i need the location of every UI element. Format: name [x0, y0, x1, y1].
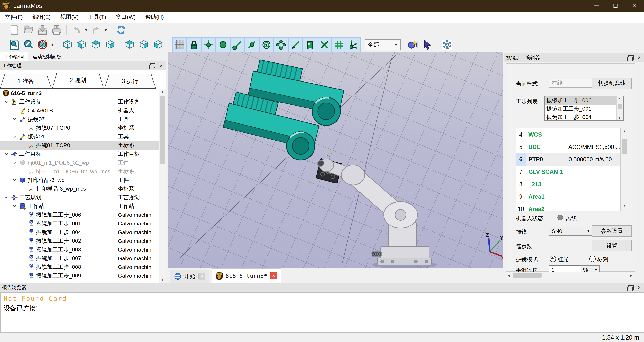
tree-row[interactable]: hj001_m1_DOE5_02_wp工件 — [0, 158, 166, 167]
point-snap-button[interactable] — [201, 38, 216, 52]
panel-hscrollbar[interactable]: ◀ ▶ — [506, 272, 634, 279]
program-row[interactable]: 6PTP00.500000 m/s,50.... — [516, 153, 620, 166]
tree-row[interactable]: 振镜01_TCP0坐标系 — [0, 141, 166, 150]
maximize-button[interactable] — [606, 0, 625, 12]
zoom-window-button[interactable] — [21, 38, 36, 52]
cube-right-button[interactable] — [103, 38, 117, 52]
step-list-item[interactable]: 振镜加工工步_001 — [544, 104, 624, 113]
program-scroll-thumb[interactable] — [622, 140, 627, 154]
tab-close-icon[interactable]: ✕ — [198, 273, 206, 280]
select-cursor-button[interactable] — [420, 38, 434, 52]
param-settings-button[interactable]: 参数设置 — [592, 225, 632, 236]
stage-tab-2[interactable]: 2 规划 — [52, 72, 104, 88]
cube-iso-button[interactable] — [60, 38, 75, 52]
tangent-snap-button[interactable] — [288, 38, 303, 52]
menu-item-0[interactable]: 文件(F) — [0, 13, 28, 21]
panel-tab-motion-control[interactable]: 运动控制面板 — [28, 52, 66, 61]
document-tab-1[interactable]: 616-5_turn3*✕ — [212, 268, 281, 282]
tree-row[interactable]: 振镜01工具 — [0, 132, 166, 141]
tree-row[interactable]: C4-A601S机器人 — [0, 106, 166, 115]
tree-row[interactable]: 616-5_turn3 — [0, 89, 166, 98]
tree-row[interactable]: 振镜加工工步_002Galvo machin — [0, 236, 166, 245]
galvo-select[interactable]: SN0▼ — [549, 226, 592, 236]
face-snap-button[interactable] — [303, 38, 317, 52]
cube-left-button[interactable] — [75, 38, 89, 52]
program-scroll-up[interactable]: ▲ — [623, 129, 626, 133]
viewport-3d[interactable]: Z Y X — [168, 52, 503, 268]
grid-display-button[interactable] — [172, 38, 187, 52]
step-listbox[interactable]: 振镜加工工步_006振镜加工工步_001振镜加工工步_004▲▼ — [544, 96, 624, 121]
document-tab-0[interactable]: 开始✕ — [170, 270, 209, 282]
program-row[interactable]: 5UDEACC/MMPS2,500.... — [516, 141, 620, 153]
print-button[interactable] — [50, 23, 64, 37]
snap-filter-select[interactable]: 全部▼ — [365, 40, 400, 50]
float-panel-icon[interactable] — [628, 55, 634, 60]
collision-check-button[interactable] — [406, 38, 420, 52]
stage-tab-3[interactable]: 3 执行 — [104, 74, 156, 88]
hide-object-dropdown[interactable]: ▾ — [50, 42, 55, 47]
cube-back-button[interactable] — [123, 38, 137, 52]
tree-row[interactable]: 工作站工作站 — [0, 202, 166, 210]
refresh-button[interactable] — [114, 23, 128, 37]
cube-corner-button[interactable] — [137, 38, 151, 52]
tree-row[interactable]: 工作目标工作目标 — [0, 150, 166, 158]
menu-item-4[interactable]: 窗口(W) — [111, 13, 140, 21]
tree-row[interactable]: hj001_m1_DOE5_02_wp_mcs坐标系 — [0, 167, 166, 176]
program-scroll-down[interactable]: ▼ — [623, 204, 626, 208]
open-file-button[interactable] — [21, 23, 36, 37]
tree-row[interactable]: 打印样品-3_wp工件 — [0, 176, 166, 184]
tree-row[interactable]: 振镜07_TCP0坐标系 — [0, 124, 166, 132]
axes-snap-button[interactable] — [346, 38, 361, 52]
tab-close-icon[interactable]: ✕ — [270, 272, 277, 279]
quadrant-snap-button[interactable] — [274, 38, 288, 52]
marking-radio[interactable] — [589, 256, 596, 262]
undo-dropdown[interactable]: ▾ — [84, 28, 89, 32]
tree-row[interactable]: 工艺规划工艺规划 — [0, 193, 166, 202]
menu-item-3[interactable]: 工具(T) — [84, 13, 111, 21]
float-panel-icon[interactable] — [150, 64, 155, 68]
panel-tab-work-manager[interactable]: 工作管理 — [0, 52, 28, 61]
pen-settings-button[interactable]: 设置 — [592, 240, 632, 252]
tree-row[interactable]: 振镜07工具 — [0, 115, 166, 124]
steplist-scrollbar[interactable]: ▲▼ — [616, 96, 624, 120]
program-row[interactable]: 9Area1 — [516, 190, 620, 203]
circle-snap-button[interactable] — [216, 38, 230, 52]
undo-button[interactable] — [69, 23, 84, 37]
minimize-button[interactable] — [587, 0, 606, 12]
intersection-snap-button[interactable] — [317, 38, 332, 52]
switch-offline-button[interactable]: 切换到离线 — [592, 78, 632, 89]
stage-tab-1[interactable]: 1 准备 — [0, 74, 52, 88]
close-panel-icon[interactable]: × — [638, 285, 641, 290]
scan-view-button[interactable] — [440, 38, 454, 52]
tree-row[interactable]: 振镜加工工步_003Galvo machin — [0, 245, 166, 254]
endpoint-snap-button[interactable] — [230, 38, 245, 52]
close-button[interactable] — [625, 0, 644, 12]
lock-button[interactable] — [187, 38, 201, 52]
program-row[interactable]: 7GLV SCAN 1 — [516, 166, 620, 178]
redo-button[interactable] — [89, 23, 103, 37]
expander-icon[interactable] — [12, 203, 18, 210]
hide-object-button[interactable] — [36, 38, 50, 52]
program-row[interactable]: 10Area2 — [516, 203, 620, 211]
expander-icon[interactable] — [4, 194, 9, 201]
tree-row[interactable]: 振镜加工工步_007Galvo machin — [0, 254, 166, 263]
tree-row[interactable]: 振镜加工工步_004Galvo machin — [0, 228, 166, 236]
new-file-button[interactable] — [7, 23, 21, 37]
grid-snap-button[interactable] — [332, 38, 346, 52]
save-file-button[interactable] — [36, 23, 50, 37]
tree-row[interactable]: 振镜加工工步_001Galvo machin — [0, 219, 166, 228]
midpoint-snap-button[interactable] — [245, 38, 259, 52]
expander-icon[interactable] — [12, 116, 18, 122]
tree-row[interactable]: 振镜加工工步_009Galvo machin — [0, 271, 166, 280]
close-panel-icon[interactable]: × — [160, 63, 162, 68]
tree-row[interactable]: 工作设备工作设备 — [0, 98, 166, 106]
menu-item-2[interactable]: 视图(V) — [56, 13, 84, 21]
redo-dropdown[interactable]: ▾ — [103, 28, 108, 32]
expander-icon[interactable] — [12, 134, 18, 140]
menu-item-5[interactable]: 帮助(H) — [140, 13, 168, 21]
center-snap-button[interactable] — [259, 38, 274, 52]
tree-row[interactable]: 振镜加工工步_008Galvo machin — [0, 263, 166, 271]
step-list-item[interactable]: 振镜加工工步_004 — [544, 113, 624, 121]
expander-icon[interactable] — [4, 99, 9, 105]
expander-icon[interactable] — [12, 177, 18, 183]
